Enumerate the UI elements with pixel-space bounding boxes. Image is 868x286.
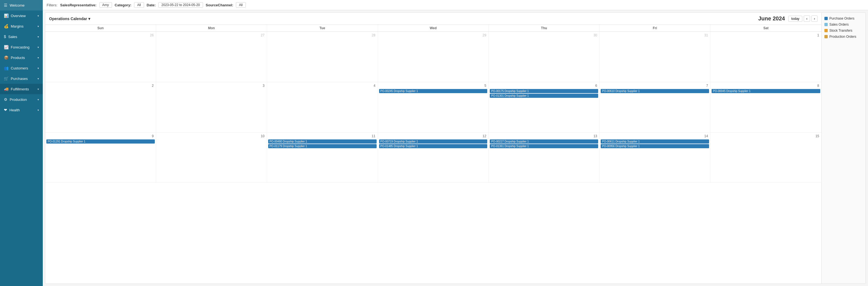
calendar-cell[interactable]: 14PO-00611 Dropship Supplier 1PO-00956 D… bbox=[599, 133, 710, 183]
sidebar-item-label: Margins bbox=[11, 24, 24, 28]
sidebar-item-purchases[interactable]: 🛒 Purchases ▾ bbox=[0, 73, 43, 84]
sidebar-item-products[interactable]: 📦 Products ▾ bbox=[0, 52, 43, 63]
source-channel-filter-button[interactable]: All bbox=[236, 2, 246, 8]
production-icon: ⚙ bbox=[4, 97, 7, 102]
sidebar-item-label: Fulfillments bbox=[11, 87, 29, 91]
calendar-grid: 26272829303112345PO-00245 Dropship Suppl… bbox=[45, 32, 822, 284]
calendar-cell[interactable]: 4 bbox=[267, 82, 378, 133]
sidebar-item-label: Customers bbox=[11, 66, 28, 70]
source-channel-key: SourceChannel: bbox=[206, 3, 234, 7]
day-header-wed: Wed bbox=[378, 25, 489, 31]
sidebar-item-label: Health bbox=[9, 108, 20, 112]
overview-icon: 📊 bbox=[4, 13, 8, 18]
sidebar-item-forecasting[interactable]: 📈 Forecasting ▾ bbox=[0, 42, 43, 52]
chevron-down-icon: ▾ bbox=[37, 77, 39, 80]
main-content: Filters: SalesRepresentative: Amy Catego… bbox=[43, 0, 868, 286]
calendar-cell[interactable]: 13PO-00227 Dropship Supplier 1PO-01361 D… bbox=[489, 133, 599, 183]
legend-color-stock-transfers bbox=[825, 29, 828, 32]
calendar-event[interactable]: PO-01291 Dropship Supplier 1 bbox=[46, 139, 155, 144]
calendar-event[interactable]: PO-00227 Dropship Supplier 1 bbox=[490, 139, 598, 144]
calendar-event[interactable]: PO-00956 Dropship Supplier 1 bbox=[601, 144, 709, 148]
calendar-cell[interactable]: 12PO-00719 Dropship Supplier 1PO-01485 D… bbox=[378, 133, 489, 183]
calendar-cell[interactable]: 15 bbox=[710, 133, 822, 183]
welcome-icon: ☰ bbox=[4, 3, 7, 7]
cell-date: 27 bbox=[157, 33, 266, 38]
calendar-event[interactable]: PO-00245 Dropship Supplier 1 bbox=[379, 89, 488, 93]
customers-icon: 👥 bbox=[4, 66, 8, 70]
legend-color-sales-orders bbox=[825, 23, 828, 26]
legend-production-orders: Production Orders bbox=[825, 35, 863, 39]
sidebar-item-fulfillments[interactable]: 🚚 Fulfillments ▾ bbox=[0, 84, 43, 94]
sidebar-item-health[interactable]: ❤ Health ▾ bbox=[0, 105, 43, 115]
calendar-header: Operations Calendar ▾ June 2024 today ‹ … bbox=[45, 13, 822, 25]
fulfillments-icon: 🚚 bbox=[4, 87, 8, 91]
calendar-cell[interactable]: 2 bbox=[45, 82, 156, 133]
sidebar-item-margins[interactable]: 💰 Margins ▾ bbox=[0, 21, 43, 31]
sidebar-item-production[interactable]: ⚙ Production ▾ bbox=[0, 94, 43, 105]
sidebar-item-welcome[interactable]: ☰ Welcome bbox=[0, 0, 43, 10]
today-button[interactable]: today bbox=[788, 16, 802, 22]
calendar-view-label: Operations Calendar bbox=[49, 16, 87, 21]
calendar-event[interactable]: PO-00610 Dropship Supplier 1 bbox=[601, 89, 709, 93]
sidebar-item-label: Products bbox=[11, 56, 25, 60]
sidebar-item-overview[interactable]: 📊 Overview ▾ bbox=[0, 10, 43, 21]
cell-date: 8 bbox=[712, 83, 820, 88]
cell-date: 13 bbox=[490, 134, 598, 139]
calendar-cell[interactable]: 27 bbox=[156, 32, 267, 82]
day-header-tue: Tue bbox=[267, 25, 378, 31]
cell-date: 28 bbox=[268, 33, 377, 38]
calendar-cell[interactable]: 5PO-00245 Dropship Supplier 1 bbox=[378, 82, 489, 133]
sidebar-item-customers[interactable]: 👥 Customers ▾ bbox=[0, 63, 43, 73]
calendar-cell[interactable]: 1 bbox=[710, 32, 822, 82]
category-filter-button[interactable]: All bbox=[134, 2, 144, 8]
sales-rep-filter-button[interactable]: Amy bbox=[99, 2, 112, 8]
legend-label-purchase-orders: Purchase Orders bbox=[829, 16, 855, 21]
chevron-down-icon: ▾ bbox=[37, 14, 39, 17]
next-month-button[interactable]: › bbox=[811, 15, 817, 22]
filters-label: Filters: bbox=[46, 3, 57, 7]
cell-date: 15 bbox=[712, 134, 820, 139]
sidebar-item-label: Production bbox=[10, 98, 27, 102]
legend-purchase-orders: Purchase Orders bbox=[825, 16, 863, 21]
calendar-cell[interactable]: 29 bbox=[378, 32, 489, 82]
legend-sales-orders: Sales Orders bbox=[825, 23, 863, 27]
calendar-event[interactable]: PO-00611 Dropship Supplier 1 bbox=[601, 139, 709, 144]
calendar-event[interactable]: PO-00480 Dropship Supplier 1 bbox=[268, 139, 377, 144]
legend-stock-transfers: Stock Transfers bbox=[825, 29, 863, 33]
calendar-view-dropdown[interactable]: Operations Calendar ▾ bbox=[49, 16, 90, 21]
calendar-cell[interactable]: 7PO-00610 Dropship Supplier 1 bbox=[599, 82, 710, 133]
calendar-cell[interactable]: 6PO-00175 Dropship Supplier 1PO-01301 Dr… bbox=[489, 82, 599, 133]
calendar-cell[interactable]: 9PO-01291 Dropship Supplier 1 bbox=[45, 133, 156, 183]
legend-sidebar: Purchase Orders Sales Orders Stock Trans… bbox=[822, 13, 866, 284]
chevron-down-icon: ▾ bbox=[37, 25, 39, 28]
date-filter-button[interactable]: 2023-05-22 to 2024-05-20 bbox=[158, 2, 203, 8]
chevron-down-icon: ▾ bbox=[37, 35, 39, 38]
calendar-event[interactable]: PO-00045 Dropship Supplier 1 bbox=[712, 89, 820, 93]
calendar-cell[interactable]: 8PO-00045 Dropship Supplier 1 bbox=[710, 82, 822, 133]
calendar-event[interactable]: PO-00719 Dropship Supplier 1 bbox=[379, 139, 488, 144]
calendar-cell[interactable]: 26 bbox=[45, 32, 156, 82]
cell-date: 29 bbox=[379, 33, 488, 38]
calendar-event[interactable]: PO-01301 Dropship Supplier 1 bbox=[490, 94, 598, 98]
calendar-cell[interactable]: 10 bbox=[156, 133, 267, 183]
calendar-cell[interactable]: 28 bbox=[267, 32, 378, 82]
cell-date: 10 bbox=[157, 134, 266, 139]
cell-date: 31 bbox=[601, 33, 709, 38]
calendar-cell[interactable]: 30 bbox=[489, 32, 599, 82]
prev-month-button[interactable]: ‹ bbox=[804, 15, 810, 22]
calendar-event[interactable]: PO-01361 Dropship Supplier 1 bbox=[490, 144, 598, 148]
calendar-container: Operations Calendar ▾ June 2024 today ‹ … bbox=[45, 12, 866, 284]
calendar-event[interactable]: PO-01179 Dropship Supplier 1 bbox=[268, 144, 377, 148]
calendar-cell[interactable]: 31 bbox=[599, 32, 710, 82]
cell-date: 7 bbox=[601, 83, 709, 88]
calendar-event[interactable]: PO-00175 Dropship Supplier 1 bbox=[490, 89, 598, 93]
calendar-cell[interactable]: 3 bbox=[156, 82, 267, 133]
sidebar-item-sales[interactable]: $ Sales ▾ bbox=[0, 31, 43, 42]
chevron-down-icon: ▾ bbox=[37, 98, 39, 101]
chevron-down-icon: ▾ bbox=[37, 87, 39, 91]
calendar-cell[interactable]: 11PO-00480 Dropship Supplier 1PO-01179 D… bbox=[267, 133, 378, 183]
day-header-mon: Mon bbox=[156, 25, 267, 31]
calendar-main: Operations Calendar ▾ June 2024 today ‹ … bbox=[45, 13, 822, 284]
calendar-event[interactable]: PO-01485 Dropship Supplier 1 bbox=[379, 144, 488, 148]
legend-label-production-orders: Production Orders bbox=[829, 35, 856, 39]
